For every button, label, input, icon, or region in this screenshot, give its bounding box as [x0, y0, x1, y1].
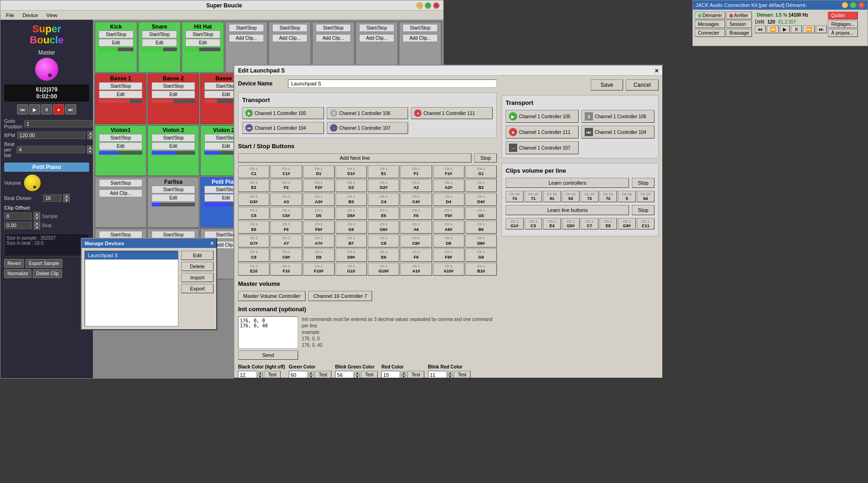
save-button[interactable]: Save [591, 79, 623, 91]
ob-up[interactable]: ▲ [34, 221, 40, 225]
jack-session[interactable]: Session [726, 20, 752, 28]
device-list-item-launchpad[interactable]: Launchpad S [85, 251, 178, 260]
start-stop-stop-btn[interactable]: Stop [474, 153, 497, 163]
manage-devices-export[interactable]: Export [181, 284, 214, 293]
ch-cell-top-5[interactable]: Ch 165 [618, 191, 636, 202]
midi-cell-c1#[interactable]: Ch 1C1# [270, 165, 302, 178]
midi-cell-a10#[interactable]: Ch 1A10# [433, 263, 465, 276]
manage-devices-delete[interactable]: Delete [181, 262, 214, 271]
ch-cell-bottom-G5s[interactable]: Ch 1G5# [562, 218, 580, 229]
midi-cell-d4#[interactable]: Ch 1D4# [465, 193, 497, 206]
midi-cell-c5#[interactable]: Ch 1C5# [270, 207, 302, 220]
empty-07-addclip[interactable]: Add Clip... [403, 34, 438, 42]
empty-30-addclip[interactable]: Add Clip... [99, 189, 142, 197]
color-up-2[interactable]: ▲ [355, 371, 360, 375]
transport-play-btn[interactable]: ▶ Channel 1 Controller 105 [242, 107, 324, 119]
color-input-4[interactable] [428, 371, 446, 379]
ch-cell-bottom-E4[interactable]: Ch 1E4 [543, 218, 561, 229]
ch-cell-top-91[interactable]: Ch 1691 [543, 191, 561, 202]
midi-cell-d5[interactable]: Ch 1D5 [303, 207, 335, 220]
violon2-edit[interactable]: Edit [152, 142, 195, 150]
master-vol-controller-btn[interactable]: Master Volume Controller [238, 291, 306, 301]
empty-07-startstop[interactable]: Start/Stop [403, 24, 438, 32]
midi-cell-c9[interactable]: Ch 1C9 [238, 248, 269, 261]
farfisa-startstop[interactable]: Start/Stop [152, 186, 195, 193]
ch-cell-bottom-E8[interactable]: Ch 1E8 [599, 218, 617, 229]
color-up-3[interactable]: ▲ [401, 371, 406, 375]
midi-cell-b10[interactable]: Ch 1B10 [465, 263, 497, 276]
midi-cell-d1#[interactable]: Ch 1D1# [336, 165, 367, 178]
farfisa-edit[interactable]: Edit [152, 194, 195, 202]
close-button[interactable]: × [433, 2, 440, 9]
empty-06-startstop[interactable]: Start/Stop [359, 24, 394, 32]
transport-right-record[interactable]: ● Channel 1 Controller 111 [506, 126, 579, 139]
midi-cell-a7[interactable]: Ch 1A7 [270, 235, 302, 248]
transport-play[interactable]: ▶ [29, 104, 40, 115]
ch-cell-top-84[interactable]: Ch 1684 [637, 191, 655, 202]
midi-cell-d9[interactable]: Ch 1D9 [303, 248, 335, 261]
snare-startstop[interactable]: Start/Stop [142, 30, 177, 38]
learn-line-buttons-btn[interactable]: Learn line buttons [506, 205, 629, 215]
basse2-startstop[interactable]: Start/Stop [152, 82, 195, 90]
midi-cell-a3[interactable]: Ch 1A3 [270, 193, 302, 206]
jack-maximize[interactable]: □ [850, 2, 856, 8]
color-down-2[interactable]: ▼ [355, 375, 360, 379]
edit-launchpad-close[interactable]: × [655, 67, 659, 74]
hithat-edit[interactable]: Edit [185, 39, 220, 47]
midi-cell-a2#[interactable]: Ch 1A2# [433, 179, 465, 192]
jack-apropos[interactable]: À propos... [828, 29, 858, 37]
empty-04-startstop[interactable]: Start/Stop [272, 24, 307, 32]
bpb-down[interactable]: ▼ [87, 150, 93, 154]
midi-cell-f5#[interactable]: Ch 1F5# [433, 207, 465, 220]
ch-cell-bottom-G1s[interactable]: Ch 1G1# [506, 218, 524, 229]
color-down-0[interactable]: ▼ [257, 375, 263, 379]
ch-cell-top-93[interactable]: Ch 1693 [562, 191, 580, 202]
color-test-4[interactable]: Test [454, 371, 471, 379]
color-test-3[interactable]: Test [407, 371, 424, 379]
midi-cell-e1[interactable]: Ch 1E1 [368, 165, 399, 178]
jack-prev[interactable]: ⏮ [755, 25, 766, 33]
cancel-button[interactable]: Cancel [626, 79, 659, 91]
jack-play[interactable]: ▶ [780, 25, 790, 33]
init-cmd-textarea[interactable]: 176, 0, 0 176, 0, 40 [238, 316, 298, 349]
midi-cell-f10#[interactable]: Ch 1F10# [303, 263, 335, 276]
bpm-input[interactable] [17, 132, 86, 139]
color-down-4[interactable]: ▼ [447, 375, 453, 379]
midi-cell-c8[interactable]: Ch 1C8 [368, 235, 399, 248]
midi-cell-a10[interactable]: Ch 1A10 [400, 263, 432, 276]
ch-cell-bottom-C7[interactable]: Ch 1C7 [581, 218, 599, 229]
menu-file[interactable]: File [2, 12, 18, 19]
manage-devices-close[interactable]: × [210, 240, 214, 247]
jack-brassage[interactable]: Brassage [726, 29, 752, 37]
color-input-1[interactable] [289, 371, 307, 379]
transport-pause[interactable]: ⏸ [41, 104, 52, 115]
jack-connecter[interactable]: Connecter [695, 29, 725, 37]
midi-cell-f6[interactable]: Ch 1F6 [270, 221, 302, 234]
hithat-startstop[interactable]: Start/Stop [185, 30, 220, 38]
jack-demarrer[interactable]: Démarrer [695, 12, 725, 19]
midi-cell-d8#[interactable]: Ch 1D8# [465, 235, 497, 248]
midi-cell-b6[interactable]: Ch 1B6 [465, 221, 497, 234]
transport-right-back[interactable]: ⏮ Channel 1 Controller 104 [581, 126, 654, 139]
color-up-4[interactable]: ▲ [447, 371, 453, 375]
ob-down[interactable]: ▼ [34, 225, 40, 229]
midi-cell-g5[interactable]: Ch 1G5 [465, 207, 497, 220]
midi-cell-c4#[interactable]: Ch 1C4# [400, 193, 432, 206]
volume-knob[interactable] [24, 175, 41, 191]
beat-diviser-input[interactable] [43, 194, 61, 202]
jack-messages[interactable]: Messages [695, 20, 725, 28]
midi-cell-g1[interactable]: Ch 1G1 [465, 165, 497, 178]
midi-cell-g6[interactable]: Ch 1G6 [336, 221, 367, 234]
bd-up[interactable]: ▲ [63, 194, 70, 198]
transport-right-play[interactable]: ▶ Channel 1 Controller 105 [506, 110, 579, 123]
midi-cell-d9#[interactable]: Ch 1D9# [336, 248, 367, 261]
basse2-edit[interactable]: Edit [152, 91, 195, 98]
basse1-startstop[interactable]: Start/Stop [99, 82, 142, 90]
midi-cell-d8[interactable]: Ch 1D8 [433, 235, 465, 248]
bd-down[interactable]: ▼ [63, 198, 70, 202]
ch-cell-top-71[interactable]: Ch 1671 [525, 191, 543, 202]
jack-close[interactable]: × [858, 2, 865, 8]
jack-fwd[interactable]: ⏩ [803, 25, 815, 33]
color-down-1[interactable]: ▼ [308, 375, 314, 379]
menu-device[interactable]: Device [19, 12, 42, 19]
